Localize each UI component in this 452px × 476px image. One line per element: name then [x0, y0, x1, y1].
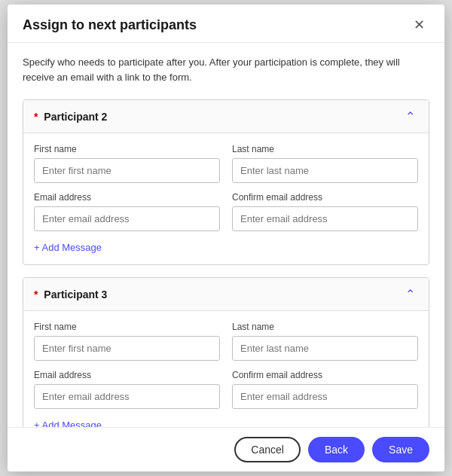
- participant-2-last-name-group: Last name: [232, 144, 418, 183]
- participant-2-last-name-label: Last name: [232, 144, 418, 154]
- participant-3-email-label: Email address: [34, 370, 220, 380]
- description-text: Specify who needs to participate after y…: [23, 55, 429, 84]
- participant-3-email-row: Email address Confirm email address: [34, 370, 418, 409]
- participant-3-first-name-group: First name: [34, 322, 220, 361]
- participant-2-title: * Participant 2: [34, 111, 107, 123]
- participant-2-first-name-input[interactable]: [34, 158, 220, 183]
- modal-overlay: Assign to next participants ✕ Specify wh…: [0, 0, 452, 476]
- modal-title: Assign to next participants: [23, 17, 197, 33]
- participant-2-add-message-link[interactable]: + Add Message: [34, 242, 102, 253]
- participant-2-confirm-email-label: Confirm email address: [232, 192, 418, 203]
- participant-3-email-group: Email address: [34, 370, 220, 409]
- modal-header: Assign to next participants ✕: [8, 5, 444, 43]
- back-button[interactable]: Back: [308, 437, 365, 462]
- participant-3-confirm-email-group: Confirm email address: [232, 370, 418, 409]
- required-star-3: *: [34, 288, 38, 301]
- participant-3-title: * Participant 3: [34, 288, 107, 301]
- participant-3-add-message-link[interactable]: + Add Message: [34, 420, 102, 427]
- required-star: *: [34, 111, 38, 123]
- participant-3-first-name-input[interactable]: [34, 336, 220, 361]
- participant-2-confirm-email-input[interactable]: [232, 206, 418, 231]
- participant-3-section: * Participant 3 ⌃ First name Las: [23, 277, 429, 427]
- participant-2-name-row: First name Last name: [34, 144, 418, 183]
- participant-3-confirm-email-label: Confirm email address: [232, 370, 418, 380]
- participant-2-email-group: Email address: [34, 192, 220, 231]
- participant-2-email-input[interactable]: [34, 206, 220, 231]
- modal-dialog: Assign to next participants ✕ Specify wh…: [8, 5, 444, 471]
- participant-3-last-name-input[interactable]: [232, 336, 418, 361]
- close-icon: ✕: [414, 17, 425, 32]
- modal-footer: Cancel Back Save: [8, 427, 444, 471]
- participant-2-body: First name Last name Email address: [23, 133, 429, 264]
- participant-3-first-name-label: First name: [34, 322, 220, 332]
- cancel-button[interactable]: Cancel: [234, 437, 301, 462]
- chevron-up-icon: ⌃: [405, 110, 415, 123]
- participant-3-confirm-email-input[interactable]: [232, 384, 418, 409]
- participant-3-email-input[interactable]: [34, 384, 220, 409]
- save-button[interactable]: Save: [372, 437, 429, 462]
- participant-2-collapse-button[interactable]: ⌃: [402, 108, 418, 125]
- participant-2-first-name-group: First name: [34, 144, 220, 183]
- participant-3-name-row: First name Last name: [34, 322, 418, 361]
- participant-3-body: First name Last name Email address: [23, 311, 429, 427]
- chevron-up-icon-3: ⌃: [405, 288, 415, 301]
- participant-2-email-label: Email address: [34, 192, 220, 203]
- participant-3-header: * Participant 3 ⌃: [23, 278, 429, 311]
- participant-3-last-name-group: Last name: [232, 322, 418, 361]
- participant-2-last-name-input[interactable]: [232, 158, 418, 183]
- participant-2-email-row: Email address Confirm email address: [34, 192, 418, 231]
- participant-2-confirm-email-group: Confirm email address: [232, 192, 418, 231]
- participant-3-collapse-button[interactable]: ⌃: [402, 285, 418, 303]
- close-button[interactable]: ✕: [409, 17, 429, 33]
- modal-body: Specify who needs to participate after y…: [8, 43, 444, 427]
- participant-2-first-name-label: First name: [34, 144, 220, 154]
- participant-2-header: * Participant 2 ⌃: [23, 100, 429, 133]
- participant-3-last-name-label: Last name: [232, 322, 418, 332]
- participant-2-section: * Participant 2 ⌃ First name Las: [23, 99, 429, 265]
